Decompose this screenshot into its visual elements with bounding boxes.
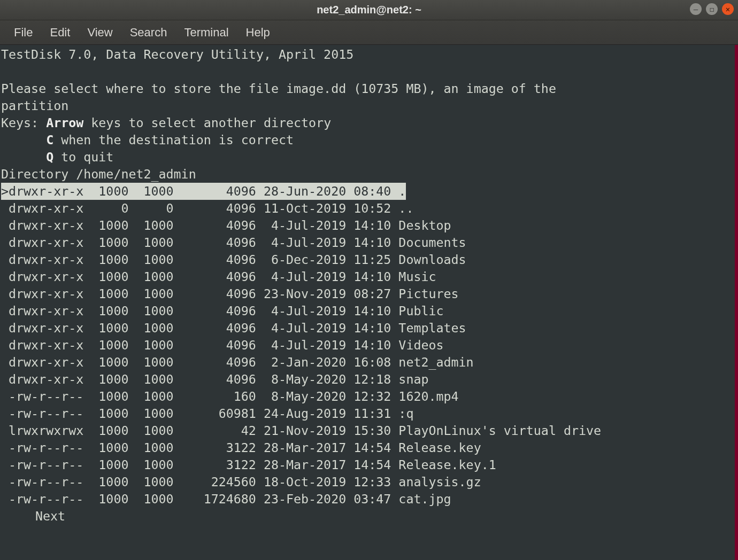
close-icon[interactable]: ✕ [722, 3, 734, 15]
file-row[interactable]: drwxr-xr-x 1000 1000 4096 2-Jan-2020 16:… [1, 354, 734, 371]
file-row[interactable]: drwxr-xr-x 1000 1000 4096 8-May-2020 12:… [1, 371, 734, 388]
file-row[interactable]: >drwxr-xr-x 1000 1000 4096 28-Jun-2020 0… [1, 183, 734, 200]
menu-help[interactable]: Help [239, 24, 278, 42]
window-title: net2_admin@net2: ~ [317, 4, 421, 16]
menu-terminal[interactable]: Terminal [176, 24, 236, 42]
app-version-line: TestDisk 7.0, Data Recovery Utility, Apr… [1, 46, 734, 63]
titlebar[interactable]: net2_admin@net2: ~ – ◻ ✕ [0, 0, 738, 20]
terminal-window: net2_admin@net2: ~ – ◻ ✕ File Edit View … [0, 0, 738, 560]
menu-search[interactable]: Search [122, 24, 175, 42]
menu-edit[interactable]: Edit [42, 24, 78, 42]
keys-c-line: C when the destination is correct [1, 131, 734, 149]
prompt-line-2: partition [1, 97, 734, 114]
blank-line [1, 63, 734, 80]
menu-file[interactable]: File [6, 24, 40, 42]
file-row[interactable]: drwxr-xr-x 1000 1000 4096 4-Jul-2019 14:… [1, 268, 734, 285]
menubar: File Edit View Search Terminal Help [0, 20, 738, 45]
file-row[interactable]: drwxr-xr-x 0 0 4096 11-Oct-2019 10:52 .. [1, 200, 734, 217]
file-row[interactable]: drwxr-xr-x 1000 1000 4096 4-Jul-2019 14:… [1, 234, 734, 251]
terminal-area[interactable]: TestDisk 7.0, Data Recovery Utility, Apr… [0, 45, 738, 560]
file-row[interactable]: -rw-r--r-- 1000 1000 224560 18-Oct-2019 … [1, 473, 734, 491]
keys-arrow-line: Keys: Arrow keys to select another direc… [1, 114, 734, 131]
maximize-icon[interactable]: ◻ [706, 3, 718, 15]
file-row[interactable]: -rw-r--r-- 1000 1000 160 8-May-2020 12:3… [1, 388, 734, 405]
window-controls: – ◻ ✕ [690, 3, 734, 15]
file-row[interactable]: drwxr-xr-x 1000 1000 4096 4-Jul-2019 14:… [1, 320, 734, 337]
file-row[interactable]: lrwxrwxrwx 1000 1000 42 21-Nov-2019 15:3… [1, 422, 734, 439]
file-row[interactable]: drwxr-xr-x 1000 1000 4096 6-Dec-2019 11:… [1, 251, 734, 268]
file-row[interactable]: -rw-r--r-- 1000 1000 3122 28-Mar-2017 14… [1, 439, 734, 456]
file-row[interactable]: -rw-r--r-- 1000 1000 3122 28-Mar-2017 14… [1, 456, 734, 473]
keys-q-line: Q to quit [1, 149, 734, 166]
file-row[interactable]: drwxr-xr-x 1000 1000 4096 4-Jul-2019 14:… [1, 302, 734, 320]
directory-line: Directory /home/net2_admin [1, 166, 734, 183]
file-row[interactable]: -rw-r--r-- 1000 1000 60981 24-Aug-2019 1… [1, 405, 734, 422]
next-action[interactable]: Next [1, 508, 734, 525]
scrollbar[interactable] [735, 45, 738, 560]
prompt-line-1: Please select where to store the file im… [1, 80, 734, 97]
minimize-icon[interactable]: – [690, 3, 702, 15]
menu-view[interactable]: View [80, 24, 120, 42]
file-row[interactable]: -rw-r--r-- 1000 1000 1724680 23-Feb-2020… [1, 491, 734, 508]
file-row[interactable]: drwxr-xr-x 1000 1000 4096 23-Nov-2019 08… [1, 285, 734, 302]
file-row[interactable]: drwxr-xr-x 1000 1000 4096 4-Jul-2019 14:… [1, 217, 734, 234]
file-row[interactable]: drwxr-xr-x 1000 1000 4096 4-Jul-2019 14:… [1, 337, 734, 354]
terminal-body[interactable]: TestDisk 7.0, Data Recovery Utility, Apr… [0, 45, 735, 560]
